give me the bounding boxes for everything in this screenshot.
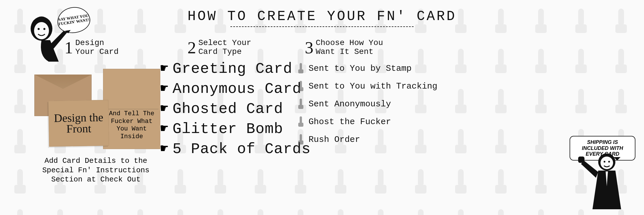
middle-finger-icon — [298, 134, 304, 145]
page-title: HOW TO CREATE YOUR FN' CARD — [187, 9, 457, 24]
middle-finger-icon — [298, 116, 304, 127]
svg-point-7 — [604, 161, 605, 163]
title-underline — [230, 26, 414, 27]
step-3-header: 3 Choose How You Want It Sent — [305, 39, 383, 56]
svg-point-1 — [34, 22, 49, 39]
pointing-hand-icon: ☛ — [160, 83, 169, 96]
card-mockup-area: And Tell The Fucker What You Want Inside… — [29, 69, 152, 155]
option-sent-anonymously: Sent Anonymously — [298, 99, 437, 110]
pointing-hand-icon: ☛ — [160, 103, 169, 116]
svg-point-8 — [608, 161, 610, 163]
delivery-options: Sent to You by Stamp Sent to You with Tr… — [298, 63, 437, 145]
step-2-header: 2 Select Your Card Type — [187, 39, 251, 56]
option-rush-order: Rush Order — [298, 134, 437, 145]
option-sent-tracking: Sent to You with Tracking — [298, 81, 437, 92]
option-sent-stamp: Sent to You by Stamp — [298, 63, 437, 74]
step-1-number: 1 — [64, 41, 73, 54]
svg-point-3 — [44, 28, 46, 30]
option-glitter-bomb: ☛Glitter Bomb — [160, 122, 311, 137]
card-type-options: ☛Greeting Card ☛Anonymous Card ☛Ghosted … — [160, 62, 311, 157]
inside-card-graphic: And Tell The Fucker What You Want Inside — [103, 69, 160, 149]
svg-rect-9 — [578, 157, 584, 163]
pointing-hand-icon: ☛ — [160, 62, 169, 76]
option-5-pack: ☛5 Pack of Cards — [160, 142, 311, 157]
step-2-text: Select Your Card Type — [198, 39, 251, 56]
inside-card-text: And Tell The Fucker What You Want Inside — [107, 110, 156, 140]
step-1-text: Design Your Card — [75, 39, 118, 56]
pointing-hand-icon: ☛ — [160, 143, 169, 156]
option-ghosted-card: ☛Ghosted Card — [160, 102, 311, 117]
step-1-footnote: Add Card Details to the Special Fn' Inst… — [34, 156, 157, 184]
step-2-number: 2 — [187, 41, 196, 54]
option-greeting-card: ☛Greeting Card — [160, 62, 311, 77]
option-anonymous-card: ☛Anonymous Card — [160, 82, 311, 97]
middle-finger-icon — [298, 99, 304, 110]
middle-finger-icon — [298, 81, 304, 92]
retro-man-illustration — [567, 146, 627, 209]
front-card-graphic: Design the Front — [48, 100, 109, 147]
svg-point-2 — [38, 28, 40, 30]
middle-finger-icon — [298, 63, 304, 74]
step-1-header: 1 Design Your Card — [64, 39, 118, 56]
option-ghost-fucker: Ghost the Fucker — [298, 116, 437, 127]
step-3-number: 3 — [305, 41, 313, 54]
pointing-hand-icon: ☛ — [160, 123, 169, 136]
step-3-text: Choose How You Want It Sent — [316, 39, 383, 56]
